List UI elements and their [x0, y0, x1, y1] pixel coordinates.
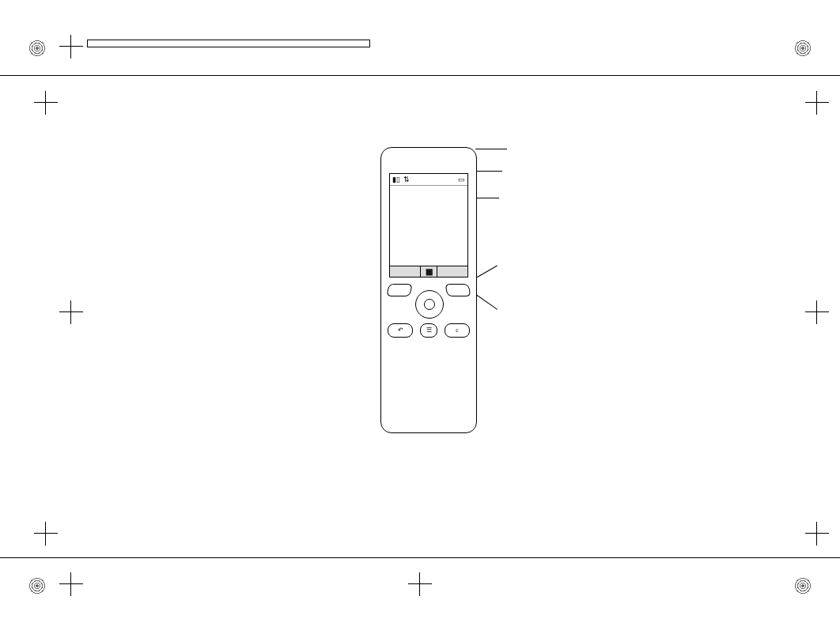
- crop-mark-icon: [34, 522, 58, 546]
- crop-mark-icon: [805, 300, 829, 324]
- rule-line: [0, 75, 840, 76]
- phone-internet-key: ☰: [420, 323, 437, 338]
- phone-back-key: ↶: [388, 323, 413, 338]
- phone-joystick: [415, 290, 444, 319]
- phone-softkey-right-label: [437, 266, 467, 277]
- crop-mark-icon: [59, 300, 83, 324]
- rule-line: [0, 557, 840, 558]
- phone-screen-brand: [390, 186, 467, 191]
- register-mark-icon: [28, 577, 46, 595]
- phone-softkey-right: [445, 284, 471, 296]
- phone-screen: ▮▯⇅ ▭ ▦: [389, 173, 468, 277]
- crop-mark-icon: [805, 91, 829, 115]
- crop-mark-icon: [805, 522, 829, 546]
- phone-clear-key: c: [445, 323, 470, 338]
- register-mark-icon: [794, 577, 812, 595]
- register-mark-icon: [794, 40, 812, 57]
- phone-softkey-left: [386, 284, 412, 296]
- phone-illustration: ▮▯⇅ ▭ ▦: [349, 125, 507, 449]
- page-meta: [87, 40, 370, 47]
- phone-softkey-left-label: [390, 266, 421, 277]
- crop-mark-icon: [59, 572, 83, 596]
- crop-mark-icon: [59, 35, 83, 59]
- crop-mark-icon: [408, 572, 432, 596]
- crop-mark-icon: [34, 91, 58, 115]
- register-mark-icon: [28, 40, 46, 57]
- page-footer: [119, 522, 142, 534]
